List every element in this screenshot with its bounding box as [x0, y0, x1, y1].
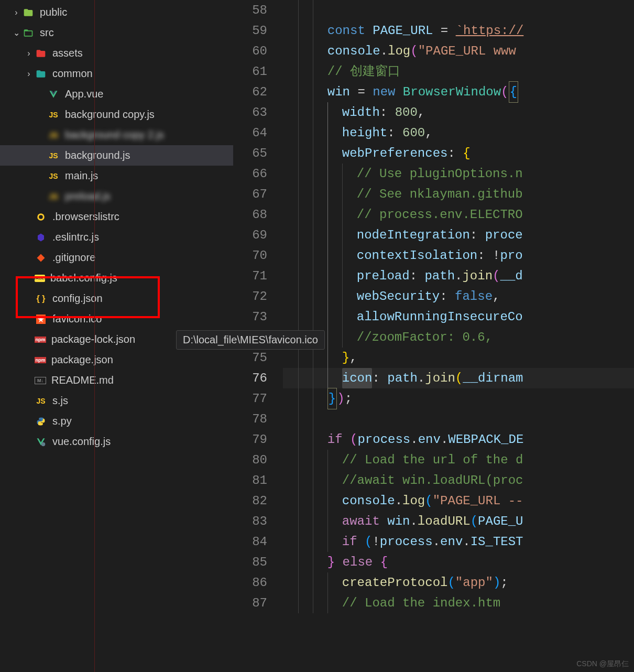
file-label: background copy.js: [65, 109, 155, 121]
chevron-right-icon: ›: [10, 8, 22, 17]
file-config-json[interactable]: { } config.json: [0, 288, 233, 309]
git-icon: [35, 252, 47, 264]
file-background-copy-js[interactable]: JS background copy.js: [0, 104, 233, 125]
file-main-js[interactable]: JS main.js: [0, 166, 233, 186]
npm-icon: npm: [35, 337, 46, 343]
file-label: common: [52, 68, 93, 80]
folder-common[interactable]: › common: [0, 63, 233, 84]
file-label: s.js: [52, 395, 68, 407]
file-app-vue[interactable]: App.vue: [0, 84, 233, 104]
favicon-icon: [35, 313, 47, 326]
file-background-js[interactable]: JS background.js: [0, 145, 233, 166]
folder-assets[interactable]: › assets: [0, 43, 233, 63]
folder-icon: [35, 68, 47, 80]
js-icon: JS: [47, 129, 60, 142]
file-package-json[interactable]: npm package.json: [0, 350, 233, 370]
js-icon: JS: [35, 395, 47, 407]
chevron-right-icon: ›: [23, 49, 35, 58]
file-label: .browserslistrc: [52, 211, 119, 223]
file-label: background.js: [65, 149, 130, 161]
chevron-down-icon: ⌄: [10, 28, 22, 38]
watermark: CSDN @屋昂仨: [576, 659, 629, 669]
folder-icon: [35, 47, 47, 60]
python-icon: [35, 415, 47, 428]
file-label: s.py: [52, 415, 72, 427]
folder-open-icon: [22, 27, 35, 39]
json-icon: { }: [35, 292, 47, 305]
file-gitignore[interactable]: .gitignore: [0, 247, 233, 268]
file-browserslistrc[interactable]: .browserslistrc: [0, 207, 233, 227]
file-eslintrc[interactable]: .eslintrc.js: [0, 227, 233, 247]
file-label: background copy 2.js: [65, 129, 164, 141]
js-icon: JS: [47, 149, 60, 162]
js-icon: JS: [47, 170, 60, 182]
svg-point-1: [39, 215, 43, 219]
file-label: .gitignore: [52, 252, 95, 264]
folder-icon: [22, 6, 35, 19]
vue-icon: [47, 88, 60, 101]
file-readme[interactable]: M↓ README.md: [0, 370, 233, 391]
file-label: public: [40, 6, 67, 18]
vue-config-icon: [35, 436, 47, 448]
npm-icon: npm: [35, 357, 46, 363]
file-label: package.json: [51, 354, 113, 366]
file-label: package-lock.json: [51, 333, 135, 345]
file-preload-js[interactable]: JS preload.js: [0, 186, 233, 207]
folder-src[interactable]: ⌄ src: [0, 23, 233, 43]
js-icon: JS: [47, 109, 60, 121]
eslint-icon: [35, 231, 47, 244]
file-label: assets: [52, 47, 83, 59]
file-label: main.js: [65, 170, 98, 182]
code-content[interactable]: const PAGE_URL = `https:// console.log("…: [283, 0, 634, 672]
tooltip: D:\local_file\MIES\favicon.ico: [176, 330, 325, 350]
file-label: src: [40, 27, 54, 39]
file-vue-config[interactable]: vue.config.js: [0, 431, 233, 452]
file-label: config.json: [52, 292, 103, 305]
js-icon: JS: [47, 190, 60, 203]
file-label: README.md: [51, 374, 114, 386]
file-label: vue.config.js: [52, 436, 111, 448]
file-babel-config[interactable]: BABEL babel.config.js: [0, 268, 233, 288]
file-s-py[interactable]: s.py: [0, 411, 233, 431]
file-favicon-ico[interactable]: favicon.ico: [0, 309, 233, 329]
chevron-right-icon: ›: [23, 69, 35, 79]
babel-icon: BABEL: [35, 275, 45, 282]
markdown-icon: M↓: [35, 377, 46, 384]
svg-point-3: [41, 442, 46, 446]
folder-public[interactable]: › public: [0, 2, 233, 23]
browserslist-icon: [35, 211, 47, 223]
file-s-js[interactable]: JS s.js: [0, 391, 233, 411]
file-label: babel.config.js: [50, 272, 117, 284]
file-label: .eslintrc.js: [52, 231, 99, 243]
file-blurred[interactable]: JS background copy 2.js: [0, 125, 233, 145]
file-label: preload.js: [65, 190, 111, 202]
file-label: App.vue: [65, 88, 103, 100]
